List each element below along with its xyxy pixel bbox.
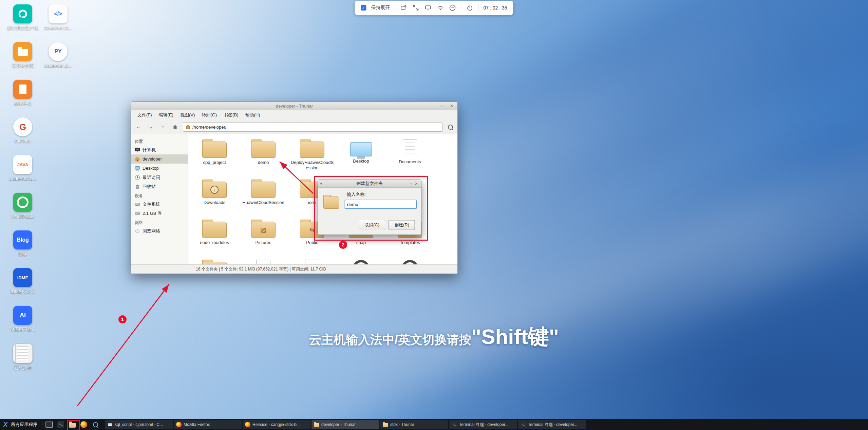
back-button[interactable]: ← [134, 123, 143, 131]
firefox-launcher-icon[interactable] [80, 420, 88, 429]
file-item[interactable] [239, 259, 288, 264]
hint-prefix: 云主机输入法中/英文切换请按 [309, 333, 471, 347]
file-item[interactable]: Documents [385, 139, 434, 179]
new-file-icon [13, 343, 33, 363]
taskbar-window-button[interactable]: developer - Thunar [312, 420, 379, 429]
menu-item[interactable]: 文件(F) [134, 111, 155, 119]
sidebar-item-trash[interactable]: 回收站 [131, 182, 188, 191]
file-name: Downloads [190, 200, 239, 205]
keep-expanded-checkbox[interactable]: ✓ [361, 5, 366, 11]
desktop-icon-codearts-python[interactable]: PY CodeArts ID... [41, 42, 75, 69]
file-item[interactable] [385, 259, 434, 264]
sidebar-item-volume[interactable]: 2.1 GB 卷 [131, 209, 188, 218]
file-item[interactable]: DeployHuaweiCloudSession [288, 139, 337, 179]
taskbar-window-button[interactable]: Mozilla Firefox [174, 420, 242, 429]
desktop-icon-casecenter[interactable]: 案例中心 [6, 80, 40, 106]
dialog-close-button[interactable]: ✕ [414, 182, 419, 186]
create-folder-dialog: ▾ 创建新文件夹 – + ✕ 输入名称: demo 取消(C) 创建(R) [318, 180, 421, 235]
file-item[interactable]: Downloads [190, 179, 239, 219]
up-button[interactable]: ↑ [158, 123, 167, 131]
computer-icon [135, 147, 140, 153]
sidebar-item-desktop[interactable]: Desktop [131, 164, 188, 173]
sidebar-item-recent[interactable]: 最近访问 [131, 173, 188, 182]
wifi-icon[interactable] [436, 4, 444, 12]
sidebar-item-browse-network[interactable]: 浏览网络 [131, 226, 188, 236]
desktop-icon-cloudstorage[interactable]: 云存储空间 [6, 42, 40, 69]
cancel-button[interactable]: 取消(C) [359, 220, 385, 230]
search-launcher-icon[interactable] [91, 420, 99, 429]
taskbar-window-button[interactable]: Release - cangjie-stdx-bi... [243, 420, 310, 429]
ime-shift-hint: 云主机输入法中/英文切换请按"Shift键" [0, 322, 868, 351]
sidebar-item-filesystem[interactable]: 文件系统 [131, 200, 188, 209]
file-item[interactable]: cpp_project [190, 139, 239, 179]
desktop-icon-blog[interactable]: Blog 博客 [6, 230, 40, 257]
file-item[interactable] [288, 259, 337, 264]
file-name: DeployHuaweiCloudSession [288, 160, 337, 171]
file-item[interactable]: Pictures [239, 219, 288, 259]
window-titlebar[interactable]: developer - Thunar – □ ✕ [131, 102, 457, 110]
desktop-icon-newfile[interactable]: 新建文件 [6, 343, 40, 371]
taskbar-window-button[interactable]: sql_script - cjpm.toml - C... [105, 420, 173, 429]
dialog-menu-icon[interactable]: ▾ [320, 182, 322, 186]
desktop-icon-gitcode[interactable]: G GitCode [6, 117, 40, 144]
menu-item[interactable]: 视图(V) [177, 111, 198, 119]
keep-expanded-label: 保持展开 [371, 5, 390, 11]
forward-button[interactable]: → [146, 123, 155, 131]
home-button[interactable] [171, 123, 180, 131]
desktop-icon-codearts-ide[interactable]: </> CodeArts ID... [41, 4, 75, 31]
folder-name-input[interactable]: demo [345, 200, 417, 209]
file-name: Pictures [239, 240, 288, 245]
launchers: >_ [45, 420, 99, 429]
file-icon [353, 260, 369, 264]
desktop-icon-sandbox[interactable]: 沙箱实验室 [6, 193, 40, 219]
show-desktop-icon[interactable] [45, 420, 53, 429]
menu-item[interactable]: 书签(B) [220, 111, 242, 119]
file-item[interactable]: node_modules [190, 219, 239, 259]
terminal-launcher-icon[interactable]: >_ [57, 420, 65, 429]
desktop-icon-devpipeline[interactable]: 软件开发生产线 [6, 4, 40, 31]
desktop-icon-label: 云存储空间 [6, 63, 40, 69]
sidebar-item-computer[interactable]: 计算机 [131, 145, 188, 154]
more-icon[interactable] [449, 4, 456, 12]
desktop-icon-ai-platform[interactable]: AI AI应用平台... [6, 306, 40, 332]
search-button[interactable] [446, 123, 455, 131]
file-item[interactable] [337, 259, 385, 264]
screenshot-icon[interactable] [400, 4, 407, 12]
fullscreen-icon[interactable] [412, 4, 419, 12]
remote-session-panel: ✓ 保持展开 07 : 02 : 35 [355, 1, 513, 15]
desktop-icon-label: 博客 [6, 251, 40, 257]
file-item[interactable]: Desktop [337, 139, 385, 179]
dialog-titlebar[interactable]: ▾ 创建新文件夹 – + ✕ [318, 180, 421, 188]
taskbar-window-button[interactable]: stdx - Thunar [380, 420, 448, 429]
all-applications-button[interactable]: X 所有应用程序 [2, 421, 39, 428]
panel-divider [461, 4, 461, 11]
address-bar[interactable]: /home/developer/ [183, 122, 442, 132]
minimize-button[interactable]: – [431, 104, 437, 108]
dialog-minimize-button[interactable]: – [403, 182, 409, 186]
desktop-icon-codearts-java[interactable]: JAVA CodeArts ID... [6, 155, 40, 182]
file-item[interactable]: demo [239, 139, 288, 179]
desktop-icon-idme[interactable]: iDME iDME设计器 [6, 268, 40, 295]
statusbar: 16 个文件夹 | 5 个文件: 93.1 MiB (97,662,021 字节… [131, 264, 457, 274]
panel-divider [478, 4, 478, 11]
file-item[interactable] [190, 259, 239, 264]
file-name: cpp_project [190, 160, 239, 165]
create-button[interactable]: 创建(R) [389, 220, 415, 230]
display-icon[interactable] [424, 4, 432, 12]
clock-icon [135, 175, 140, 180]
power-icon[interactable] [466, 4, 473, 12]
dialog-maximize-button[interactable]: + [409, 182, 414, 186]
taskbar-window-button[interactable]: Terminal 终端 - developer... [449, 420, 517, 429]
close-button[interactable]: ✕ [449, 104, 455, 108]
menu-item[interactable]: 帮助(H) [242, 111, 263, 119]
taskbar-window-button[interactable]: Terminal 终端 - developer... [518, 420, 586, 429]
maximize-button[interactable]: □ [440, 104, 446, 108]
codearts-ide-icon: </> [49, 4, 68, 23]
name-label: 输入名称: [347, 191, 366, 198]
menu-item[interactable]: 转到(G) [198, 111, 220, 119]
sidebar-item-developer[interactable]: developer [131, 154, 188, 164]
file-manager-launcher-icon[interactable] [68, 420, 76, 429]
menu-item[interactable]: 编辑(E) [155, 111, 177, 119]
file-name: Desktop [337, 158, 385, 164]
file-item[interactable]: HuaweiCloudSession [239, 179, 288, 219]
